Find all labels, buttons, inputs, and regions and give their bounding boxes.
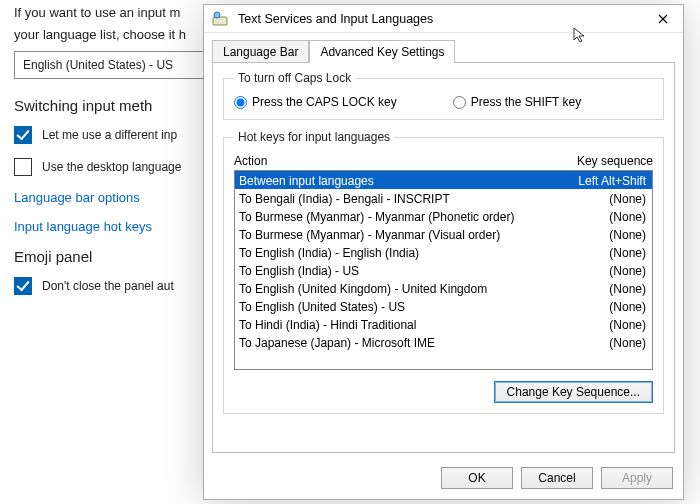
- titlebar[interactable]: Text Services and Input Languages: [204, 5, 683, 33]
- dialog-button-bar: OK Cancel Apply: [204, 461, 683, 499]
- tab-advanced-key-settings[interactable]: Advanced Key Settings: [309, 40, 455, 63]
- hotkey-sequence: (None): [609, 191, 646, 205]
- tab-content: To turn off Caps Lock Press the CAPS LOC…: [212, 62, 675, 453]
- capslock-group: To turn off Caps Lock Press the CAPS LOC…: [223, 71, 664, 120]
- keyboard-globe-icon: [212, 11, 228, 27]
- hotkey-action: To English (India) - English (India): [239, 245, 419, 259]
- hotkey-row[interactable]: Between input languagesLeft Alt+Shift: [235, 171, 652, 189]
- hotkey-action: To Hindi (India) - Hindi Traditional: [239, 317, 416, 331]
- close-icon: [658, 14, 668, 24]
- hotkey-row[interactable]: To Hindi (India) - Hindi Traditional(Non…: [235, 315, 652, 333]
- ok-button[interactable]: OK: [441, 467, 513, 489]
- hotkey-sequence: Left Alt+Shift: [578, 173, 646, 187]
- emoji-panel-label: Don't close the panel aut: [42, 279, 174, 293]
- hotkey-sequence: (None): [609, 209, 646, 223]
- hotkey-action: To Burmese (Myanmar) - Myanmar (Phonetic…: [239, 209, 514, 223]
- hotkey-action: To English (India) - US: [239, 263, 359, 277]
- radio-label: Press the CAPS LOCK key: [252, 95, 397, 109]
- hotkey-list-header: Action Key sequence: [234, 154, 653, 168]
- hotkey-action: To English (United States) - US: [239, 299, 405, 313]
- apply-button: Apply: [601, 467, 673, 489]
- checkbox-icon[interactable]: [14, 126, 32, 144]
- radio-label: Press the SHIFT key: [471, 95, 581, 109]
- dialog-title: Text Services and Input Languages: [238, 12, 647, 26]
- hotkey-row[interactable]: To English (United Kingdom) - United Kin…: [235, 279, 652, 297]
- hotkey-list[interactable]: Between input languagesLeft Alt+ShiftTo …: [234, 170, 653, 370]
- svg-point-1: [214, 12, 220, 18]
- hotkey-action: To English (United Kingdom) - United Kin…: [239, 281, 487, 295]
- hotkey-row[interactable]: To Bengali (India) - Bengali - INSCRIPT(…: [235, 189, 652, 207]
- capslock-legend: To turn off Caps Lock: [234, 71, 355, 85]
- radio-input[interactable]: [453, 96, 466, 109]
- hotkey-sequence: (None): [609, 281, 646, 295]
- hotkey-action: To Japanese (Japan) - Microsoft IME: [239, 335, 435, 349]
- hotkey-action: Between input languages: [239, 173, 374, 187]
- change-key-sequence-button[interactable]: Change Key Sequence...: [494, 381, 653, 403]
- checkbox-icon[interactable]: [14, 277, 32, 295]
- hotkey-row[interactable]: To Japanese (Japan) - Microsoft IME(None…: [235, 333, 652, 351]
- hotkey-row[interactable]: To English (United States) - US(None): [235, 297, 652, 315]
- radio-shift-key[interactable]: Press the SHIFT key: [453, 95, 581, 109]
- hotkey-row[interactable]: To English (India) - US(None): [235, 261, 652, 279]
- hotkeys-group: Hot keys for input languages Action Key …: [223, 130, 664, 414]
- different-input-label: Let me use a different inp: [42, 128, 177, 142]
- hotkey-row[interactable]: To Burmese (Myanmar) - Myanmar (Visual o…: [235, 225, 652, 243]
- svg-rect-0: [213, 17, 227, 25]
- hotkeys-legend: Hot keys for input languages: [234, 130, 394, 144]
- hotkey-action: To Burmese (Myanmar) - Myanmar (Visual o…: [239, 227, 500, 241]
- radio-capslock-key[interactable]: Press the CAPS LOCK key: [234, 95, 397, 109]
- radio-input[interactable]: [234, 96, 247, 109]
- tabstrip: Language Bar Advanced Key Settings: [204, 33, 683, 62]
- hotkey-sequence: (None): [609, 299, 646, 313]
- hotkey-row[interactable]: To English (India) - English (India)(Non…: [235, 243, 652, 261]
- close-button[interactable]: [647, 7, 679, 31]
- hotkey-sequence: (None): [609, 317, 646, 331]
- cancel-button[interactable]: Cancel: [521, 467, 593, 489]
- desktop-language-label: Use the desktop language: [42, 160, 181, 174]
- checkbox-icon[interactable]: [14, 158, 32, 176]
- hotkey-sequence: (None): [609, 227, 646, 241]
- col-action: Action: [234, 154, 267, 168]
- text-services-dialog: Text Services and Input Languages Langua…: [203, 4, 684, 500]
- default-language-value: English (United States) - US: [23, 58, 173, 72]
- tab-language-bar[interactable]: Language Bar: [212, 40, 309, 63]
- col-key-sequence: Key sequence: [577, 154, 653, 168]
- hotkey-sequence: (None): [609, 335, 646, 349]
- hotkey-row[interactable]: To Burmese (Myanmar) - Myanmar (Phonetic…: [235, 207, 652, 225]
- hotkey-sequence: (None): [609, 245, 646, 259]
- hotkey-sequence: (None): [609, 263, 646, 277]
- hotkey-action: To Bengali (India) - Bengali - INSCRIPT: [239, 191, 450, 205]
